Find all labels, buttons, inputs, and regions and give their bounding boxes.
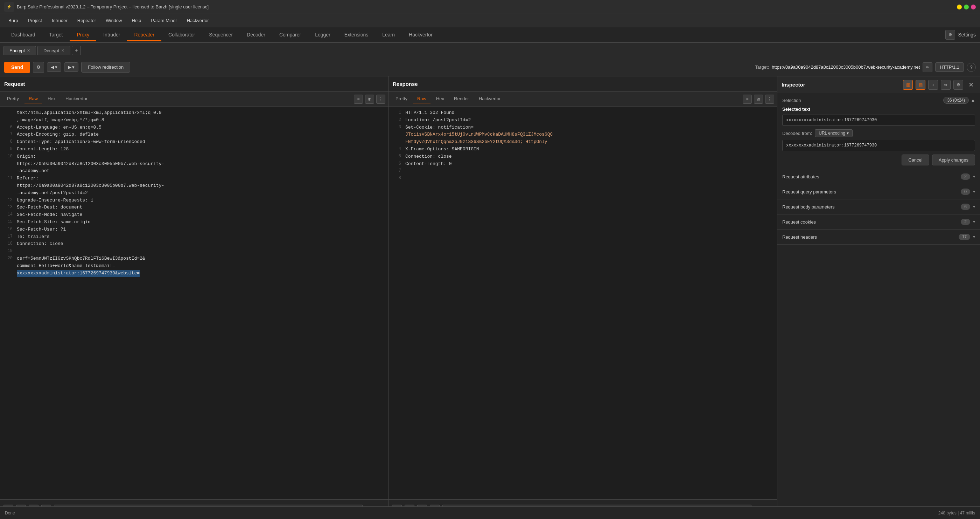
request-query-params-section: Request query parameters 0 ▾ xyxy=(777,184,980,200)
menu-intruder[interactable]: Intruder xyxy=(48,16,72,24)
inspector-close-button[interactable]: ✕ xyxy=(966,80,976,90)
settings-label[interactable]: Settings xyxy=(958,32,976,37)
back-dropdown-icon[interactable]: ▾ xyxy=(55,64,57,70)
request-body-params-header[interactable]: Request body parameters 6 ▾ xyxy=(777,200,980,214)
tab-dashboard[interactable]: Dashboard xyxy=(4,29,42,42)
tab-decoder[interactable]: Decoder xyxy=(240,29,272,42)
menu-repeater[interactable]: Repeater xyxy=(73,16,100,24)
close-decrypt-tab[interactable]: ✕ xyxy=(61,48,64,53)
menu-project[interactable]: Project xyxy=(24,16,46,24)
response-tab-hackvertor[interactable]: Hackvertor xyxy=(475,94,505,103)
request-tab-hex[interactable]: Hex xyxy=(43,94,60,103)
tab-learn[interactable]: Learn xyxy=(375,29,402,42)
close-button[interactable] xyxy=(971,5,976,10)
tab-collaborator[interactable]: Collaborator xyxy=(161,29,202,42)
inspector-view-btn-1[interactable]: ▥ xyxy=(903,80,913,90)
inspector-view-btn-2[interactable]: ▤ xyxy=(916,80,925,90)
request-body-params-section: Request body parameters 6 ▾ xyxy=(777,200,980,214)
response-tab-pretty[interactable]: Pretty xyxy=(391,94,412,103)
tab-proxy[interactable]: Proxy xyxy=(70,29,96,42)
response-tab-hex[interactable]: Hex xyxy=(432,94,449,103)
request-tab-pretty[interactable]: Pretty xyxy=(3,94,23,103)
status-left-text: Done xyxy=(5,511,15,516)
request-attributes-label: Request attributes xyxy=(782,174,819,179)
action-buttons: Cancel Apply changes xyxy=(782,155,975,165)
response-view-tabs: Pretty Raw Hex Render Hackvertor ≡ \n ⋮ xyxy=(388,92,777,107)
send-button[interactable]: Send xyxy=(4,62,30,73)
request-cookies-right: 2 ▾ xyxy=(961,219,975,225)
request-body-params-chevron-icon: ▾ xyxy=(973,204,975,209)
forward-icon: ▶ xyxy=(68,64,72,70)
edit-target-button[interactable]: ✏ xyxy=(923,62,932,72)
request-attributes-chevron-icon: ▾ xyxy=(973,174,975,179)
apply-changes-button[interactable]: Apply changes xyxy=(932,155,975,165)
selection-section: Selection 36 (0x24) ▲ Selected text xxxx… xyxy=(777,93,980,169)
forward-button[interactable]: ▶ ▾ xyxy=(64,62,78,72)
request-tab-raw[interactable]: Raw xyxy=(24,94,42,103)
code-line: 2 Location: /post?postId=2 xyxy=(388,117,777,124)
back-button[interactable]: ◀ ▾ xyxy=(47,62,61,72)
cancel-button[interactable]: Cancel xyxy=(902,155,929,165)
request-menu-icon[interactable]: ⋮ xyxy=(376,94,385,104)
tab-extensions[interactable]: Extensions xyxy=(337,29,375,42)
response-code-area[interactable]: 1 HTTP/1.1 302 Found 2 Location: /post?p… xyxy=(388,107,777,499)
settings-icon[interactable]: ⚙ xyxy=(945,30,955,40)
tab-repeater[interactable]: Repeater xyxy=(127,29,161,42)
target-url-area: Target: https://0a9a00a9042d87a8c12003c3… xyxy=(755,62,976,72)
sub-tab-decrypt[interactable]: Decrypt ✕ xyxy=(37,46,70,55)
request-headers-header[interactable]: Request headers 17 ▾ xyxy=(777,230,980,244)
sub-tab-encrypt[interactable]: Encrypt ✕ xyxy=(3,46,36,55)
menu-burp[interactable]: Burp xyxy=(4,16,22,24)
request-tab-hackvertor[interactable]: Hackvertor xyxy=(61,94,92,103)
request-attributes-section: Request attributes 2 ▾ xyxy=(777,169,980,184)
code-line: 9 Content-Length: 128 xyxy=(0,146,388,153)
request-cookies-header[interactable]: Request cookies 2 ▾ xyxy=(777,214,980,229)
encoding-selector[interactable]: URL encoding ▾ xyxy=(815,129,853,137)
response-newline-icon[interactable]: \n xyxy=(754,94,763,104)
decoded-text-value[interactable]: xxxxxxxxxadministrator:1677269747930 xyxy=(782,140,975,151)
request-query-params-header[interactable]: Request query parameters 0 ▾ xyxy=(777,184,980,199)
menu-window[interactable]: Window xyxy=(102,16,126,24)
code-line: https://0a9a00a9042d87a8c12003c3005b00b7… xyxy=(0,182,388,190)
request-query-params-label: Request query parameters xyxy=(782,189,836,195)
help-button[interactable]: ? xyxy=(967,63,976,72)
code-line: 8 xyxy=(388,175,777,182)
request-attributes-header[interactable]: Request attributes 2 ▾ xyxy=(777,169,980,184)
status-bar: Done 248 bytes | 47 millis xyxy=(0,506,980,519)
tab-sequencer[interactable]: Sequencer xyxy=(202,29,240,42)
forward-dropdown-icon[interactable]: ▾ xyxy=(72,64,75,70)
maximize-button[interactable] xyxy=(964,5,969,10)
minimize-button[interactable] xyxy=(957,5,962,10)
request-settings-button[interactable]: ⚙ xyxy=(33,62,44,73)
panels-row: Request Pretty Raw Hex Hackvertor ≡ \n ⋮… xyxy=(0,77,980,519)
inspector-settings-btn[interactable]: ⚙ xyxy=(953,80,963,90)
http-version-selector[interactable]: HTTP/1.1 xyxy=(935,62,964,72)
request-list-icon[interactable]: ≡ xyxy=(354,94,363,104)
response-tab-raw[interactable]: Raw xyxy=(413,94,431,103)
menu-hackvertor[interactable]: Hackvertor xyxy=(183,16,213,24)
decoded-from-row: Decoded from: URL encoding ▾ xyxy=(782,129,975,137)
tab-comparer[interactable]: Comparer xyxy=(272,29,308,42)
tab-intruder[interactable]: Intruder xyxy=(96,29,127,42)
response-list-icon[interactable]: ≡ xyxy=(743,94,752,104)
response-menu-icon[interactable]: ⋮ xyxy=(765,94,774,104)
inspector-panel: Inspector ▥ ▤ ↕ ⇔ ⚙ ✕ Selection 36 (0x24… xyxy=(777,77,980,519)
code-line: 3 Set-Cookie: notification= xyxy=(388,124,777,131)
request-attributes-right: 2 ▾ xyxy=(961,174,975,180)
request-newline-icon[interactable]: \n xyxy=(365,94,374,104)
inspector-split-btn[interactable]: ⇔ xyxy=(941,80,951,90)
follow-redirection-button[interactable]: Follow redirection xyxy=(81,62,130,73)
response-tab-render[interactable]: Render xyxy=(450,94,473,103)
menu-param-miner[interactable]: Param Miner xyxy=(146,16,181,24)
tab-target[interactable]: Target xyxy=(42,29,70,42)
request-code-area[interactable]: text/html,application/xhtml+xml,applicat… xyxy=(0,107,388,499)
menu-help[interactable]: Help xyxy=(127,16,145,24)
tab-hackvertor[interactable]: Hackvertor xyxy=(402,29,440,42)
close-encrypt-tab[interactable]: ✕ xyxy=(27,48,30,53)
tab-logger[interactable]: Logger xyxy=(308,29,337,42)
inspector-title: Inspector xyxy=(781,81,900,88)
code-line: comment=Hello+world&name=Test&email= xyxy=(0,262,388,270)
inspector-sort-btn[interactable]: ↕ xyxy=(928,80,938,90)
add-tab-button[interactable]: + xyxy=(72,46,81,55)
selected-text-value[interactable]: xxxxxxxxxadministrator:1677269747930 xyxy=(782,115,975,126)
